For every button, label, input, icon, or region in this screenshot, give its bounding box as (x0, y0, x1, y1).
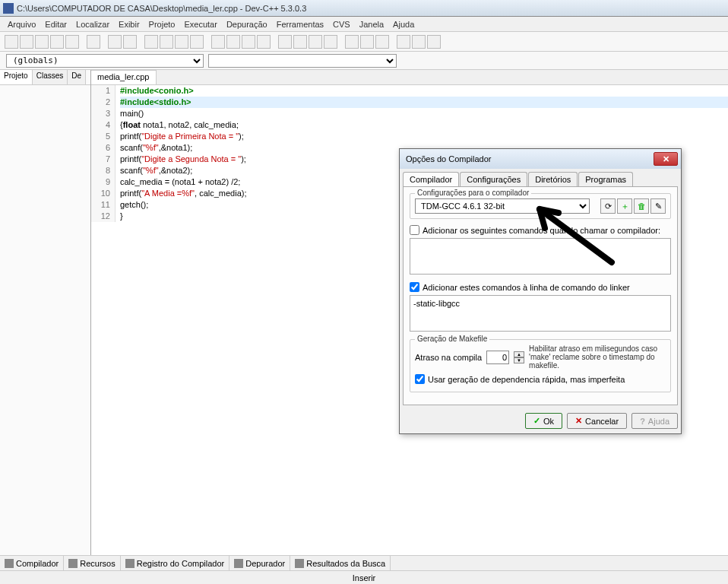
tb-compilerun-icon[interactable] (242, 35, 255, 49)
tb-debug-icon[interactable] (345, 35, 359, 49)
refresh-icon[interactable]: ⟳ (600, 198, 616, 214)
resource-icon (68, 559, 78, 568)
tb-findfiles-icon[interactable] (175, 35, 188, 49)
tb-misc2-icon[interactable] (412, 35, 426, 49)
call-commands-textarea[interactable] (410, 238, 671, 275)
chk-fastdep-label: Usar geração de dependencia rápida, mas … (428, 375, 625, 384)
dlg-tab-compilador[interactable]: Compilador (403, 172, 459, 186)
tb-new-icon[interactable] (5, 35, 18, 49)
menu-projeto[interactable]: Projeto (144, 18, 180, 30)
menu-exibir[interactable]: Exibir (114, 18, 144, 30)
members-combo[interactable] (208, 54, 397, 68)
tb-grid2-icon[interactable] (293, 35, 307, 49)
toolbar (0, 32, 728, 52)
add-icon[interactable]: ＋ (617, 198, 632, 214)
side-tab-debug[interactable]: De (68, 70, 86, 84)
ok-button[interactable]: ✓Ok (525, 413, 562, 429)
combobar: (globals) (0, 52, 728, 70)
search-icon (295, 559, 304, 568)
tb-grid4-icon[interactable] (324, 35, 337, 49)
linker-commands-textarea[interactable]: -static-libgcc (410, 295, 671, 332)
side-panel: Projeto Classes De (0, 70, 91, 564)
file-tab[interactable]: media_ler.cpp (91, 70, 157, 84)
tb-misc1-icon[interactable] (397, 35, 410, 49)
rename-icon[interactable]: ✎ (650, 198, 666, 214)
menu-executar[interactable]: Executar (179, 18, 221, 30)
btab-busca[interactable]: Resultados da Busca (290, 556, 391, 570)
tb-open-icon[interactable] (20, 35, 33, 49)
tb-redo-icon[interactable] (123, 35, 137, 49)
chk-linker-commands[interactable] (410, 282, 419, 292)
check-icon (234, 559, 243, 568)
tb-find-icon[interactable] (144, 35, 158, 49)
tb-goto-icon[interactable] (190, 35, 204, 49)
close-button[interactable]: ✕ (654, 152, 678, 166)
check-icon: ✓ (533, 416, 540, 426)
chk-fastdep[interactable] (415, 374, 425, 384)
tb-stop-icon[interactable] (375, 35, 389, 49)
tb-chart-icon[interactable] (360, 35, 374, 49)
tb-undo-icon[interactable] (108, 35, 122, 49)
app-icon (3, 3, 14, 14)
menu-depuracao[interactable]: Depuração (222, 18, 272, 30)
help-button[interactable]: ?Ajuda (631, 413, 678, 429)
delay-hint: Habilitar atraso em milisegundos caso 'm… (529, 344, 666, 370)
chk-linker-label: Adicionar estes comandos à linha de coma… (423, 283, 630, 292)
btab-recursos[interactable]: Recursos (64, 556, 120, 570)
grid-icon (5, 559, 14, 568)
tb-compile-icon[interactable] (211, 35, 225, 49)
tb-grid3-icon[interactable] (309, 35, 322, 49)
chk-call-label: Adicionar os seguintes comandos quando c… (423, 226, 660, 235)
x-icon: ✕ (575, 416, 582, 426)
titlebar: C:\Users\COMPUTADOR DE CASA\Desktop\medi… (0, 0, 728, 17)
bottom-tabs: Compilador Recursos Registro do Compilad… (0, 555, 728, 570)
delay-input[interactable] (486, 351, 509, 364)
chk-call-commands[interactable] (410, 225, 419, 235)
menu-cvs[interactable]: CVS (328, 18, 355, 30)
side-tab-projeto[interactable]: Projeto (0, 70, 33, 84)
dialog-title: Opções do Compilador (406, 154, 492, 163)
btab-registro[interactable]: Registro do Compilador (121, 556, 230, 570)
delay-label: Atraso na compila (415, 353, 482, 362)
btab-depurador[interactable]: Depurador (229, 556, 290, 570)
dlg-tab-programas[interactable]: Programas (578, 172, 633, 186)
statusbar: Inserir (0, 570, 728, 584)
tb-saveall-icon[interactable] (50, 35, 64, 49)
makefile-label: Geração de Makefile (415, 335, 489, 343)
menu-janela[interactable]: Janela (355, 18, 388, 30)
menu-arquivo[interactable]: Arquivo (3, 18, 40, 30)
menu-localizar[interactable]: Localizar (71, 18, 114, 30)
tb-misc3-icon[interactable] (427, 35, 441, 49)
log-icon (125, 559, 135, 568)
menu-ferramentas[interactable]: Ferramentas (272, 18, 328, 30)
tb-close-icon[interactable] (65, 35, 79, 49)
menu-ajuda[interactable]: Ajuda (388, 18, 419, 30)
btab-compilador[interactable]: Compilador (0, 556, 64, 570)
tb-replace-icon[interactable] (160, 35, 173, 49)
question-icon: ? (640, 417, 645, 426)
dlg-tab-diretorios[interactable]: Diretórios (528, 172, 578, 186)
gutter: 123456789101112 (91, 85, 116, 222)
dlg-tab-config[interactable]: Configurações (460, 172, 527, 186)
tb-save-icon[interactable] (35, 35, 49, 49)
compiler-config-label: Configurações para o compilador (415, 189, 531, 197)
delay-spinner[interactable]: ▲▼ (514, 351, 524, 363)
compiler-options-dialog: Opções do Compilador ✕ Compilador Config… (399, 148, 682, 434)
tb-run-icon[interactable] (226, 35, 240, 49)
cancel-button[interactable]: ✕Cancelar (567, 413, 627, 429)
side-tab-classes[interactable]: Classes (33, 70, 68, 84)
globals-combo[interactable]: (globals) (6, 54, 204, 68)
menu-editar[interactable]: Editar (40, 18, 71, 30)
tb-grid1-icon[interactable] (278, 35, 292, 49)
tb-print-icon[interactable] (87, 35, 100, 49)
delete-icon[interactable]: 🗑 (634, 198, 649, 214)
window-title: C:\Users\COMPUTADOR DE CASA\Desktop\medi… (17, 4, 306, 13)
compiler-select[interactable]: TDM-GCC 4.6.1 32-bit (415, 198, 590, 214)
menubar: Arquivo Editar Localizar Exibir Projeto … (0, 17, 728, 32)
tb-rebuild-icon[interactable] (257, 35, 271, 49)
